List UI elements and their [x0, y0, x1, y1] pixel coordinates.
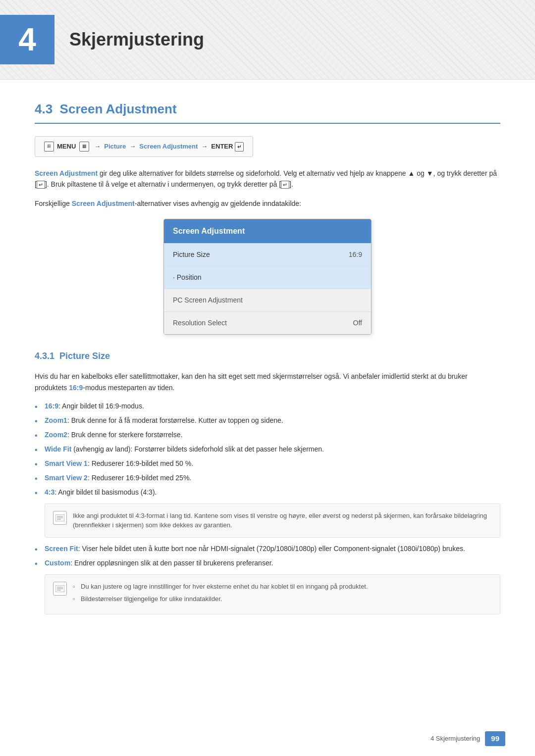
note-box-43: Ikke angi produktet til 4:3-format i lan…: [45, 504, 500, 538]
menu-item-resolution-select: Resolution Select Off: [164, 311, 371, 334]
bullet-item-zoom2: Zoom2: Bruk denne for sterkere forstørre…: [35, 430, 500, 440]
bullet-item-wide-fit: Wide Fit (avhengig av land): Forstørrer …: [35, 444, 500, 454]
bullet-list-1: 16:9: Angir bildet til 16:9-modus. Zoom1…: [35, 401, 500, 498]
bullet-item-smart-view-1: Smart View 1: Reduserer 16:9-bildet med …: [35, 458, 500, 469]
chapter-title: Skjermjustering: [69, 26, 204, 53]
bullet-item-43: 4:3: Angir bildet til basismodus (4:3).: [35, 487, 500, 498]
subsection-title: Picture Size: [59, 351, 110, 361]
note-icon-43: [53, 511, 67, 525]
menu-item-value-picture-size: 16:9: [349, 250, 362, 260]
intro-paragraph: Screen Adjustment gir deg ulike alternat…: [35, 168, 500, 190]
menu-box-header: Screen Adjustment: [164, 219, 371, 243]
menu-path: ⊞ MENU ▦ → Picture → Screen Adjustment →…: [35, 136, 253, 157]
menu-item-label-pc-screen: PC Screen Adjustment: [173, 295, 243, 305]
menu-icon: ⊞: [44, 142, 54, 151]
sub-note-item-2: Bildestørrelser tilgjengelige for ulike …: [73, 594, 368, 604]
source-note: Forskjellige Screen Adjustment-alternati…: [35, 198, 500, 209]
chapter-number: 4: [0, 15, 54, 64]
bullet-item-169: 16:9: Angir bildet til 16:9-modus.: [35, 401, 500, 411]
menu-item-picture-size: Picture Size 16:9: [164, 243, 371, 266]
section-title: Screen Adjustment: [60, 101, 177, 116]
menu-enter-label: ENTER: [211, 142, 233, 151]
sub-note-box: Du kan justere og lagre innstillinger fo…: [45, 574, 500, 614]
main-content: 4.3 Screen Adjustment ⊞ MENU ▦ → Picture…: [0, 100, 535, 614]
menu-item-pc-screen: PC Screen Adjustment: [164, 289, 371, 311]
subsection-number: 4.3.1: [35, 351, 54, 361]
bullet-list-2: Screen Fit: Viser hele bildet uten å kut…: [35, 544, 500, 568]
screen-adjustment-menu-box: Screen Adjustment Picture Size 16:9 · Po…: [163, 219, 372, 335]
note-text-43: Ikke angi produktet til 4:3-format i lan…: [73, 511, 492, 530]
footer-page-number: 99: [485, 731, 505, 747]
bullet-item-smart-view-2: Smart View 2: Reduserer 16:9-bildet med …: [35, 473, 500, 483]
grid-icon: ▦: [79, 142, 89, 151]
menu-label: MENU: [57, 142, 76, 151]
menu-picture: Picture: [104, 142, 126, 151]
menu-screen-adjustment: Screen Adjustment: [139, 142, 198, 151]
picture-size-intro: Hvis du har en kabelboks eller satellitt…: [35, 371, 500, 393]
bullet-item-custom: Custom: Endrer oppløsningen slik at den …: [35, 558, 500, 568]
sub-note-item-1: Du kan justere og lagre innstillinger fo…: [73, 582, 368, 592]
sub-note-list: Du kan justere og lagre innstillinger fo…: [73, 582, 368, 607]
section-heading: 4.3 Screen Adjustment: [35, 100, 500, 124]
enter-icon: ↵: [235, 142, 244, 151]
bullet-item-screen-fit: Screen Fit: Viser hele bildet uten å kut…: [35, 544, 500, 554]
menu-item-label-position: · Position: [173, 272, 202, 283]
highlight-screen-adjustment: Screen Adjustment: [35, 169, 98, 177]
footer-chapter-label: 4 Skjermjustering: [430, 734, 480, 744]
section-number: 4.3: [35, 101, 53, 116]
menu-item-value-resolution-select: Off: [353, 318, 362, 328]
bullet-item-zoom1: Zoom1: Bruk denne for å få moderat forst…: [35, 415, 500, 426]
sub-note-icon: [53, 582, 67, 596]
menu-item-label-picture-size: Picture Size: [173, 250, 210, 260]
page-footer: 4 Skjermjustering 99: [430, 731, 505, 747]
menu-item-label-resolution-select: Resolution Select: [173, 318, 227, 328]
chapter-header: 4 Skjermjustering: [0, 0, 535, 80]
sub-section-heading: 4.3.1 Picture Size: [35, 350, 500, 363]
menu-item-position: · Position: [164, 266, 371, 289]
